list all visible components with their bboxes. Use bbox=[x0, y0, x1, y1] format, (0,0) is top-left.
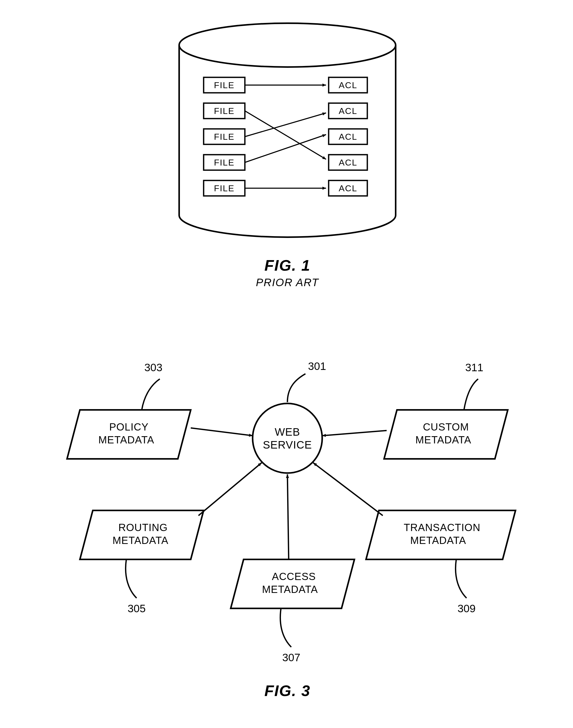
custom-label-2: METADATA bbox=[416, 434, 471, 446]
file-label: FILE bbox=[214, 132, 235, 142]
access-label-1: ACCESS bbox=[272, 571, 316, 582]
acl-box-3: ACL bbox=[329, 129, 367, 144]
figure-3: WEB SERVICE 301 POLICY METADATA 303 CUST… bbox=[67, 360, 516, 699]
file-acl-arrows bbox=[245, 85, 326, 188]
file-box-3: FILE bbox=[204, 129, 245, 144]
ref-305-text: 305 bbox=[127, 603, 146, 615]
svg-point-0 bbox=[179, 23, 396, 67]
file-box-4: FILE bbox=[204, 155, 245, 170]
web-service-node: WEB SERVICE bbox=[253, 404, 322, 473]
arrow-routing bbox=[199, 463, 262, 516]
ref-303-text: 303 bbox=[144, 361, 162, 373]
diagram-page: FILE FILE FILE FILE FILE ACL bbox=[0, 0, 573, 728]
custom-metadata-node: CUSTOM METADATA bbox=[384, 410, 508, 459]
arrow-3-2 bbox=[245, 113, 326, 137]
diagram-svg: FILE FILE FILE FILE FILE ACL bbox=[0, 0, 573, 728]
ref-307: 307 bbox=[280, 608, 300, 664]
file-label: FILE bbox=[214, 158, 235, 167]
policy-label-2: METADATA bbox=[99, 434, 154, 446]
web-service-label-2: SERVICE bbox=[263, 439, 312, 451]
arrow-access bbox=[288, 474, 289, 559]
transaction-label-2: METADATA bbox=[410, 535, 466, 546]
arrow-custom bbox=[322, 430, 386, 436]
acl-box-5: ACL bbox=[329, 180, 367, 196]
access-label-2: METADATA bbox=[262, 584, 318, 595]
web-service-label-1: WEB bbox=[275, 426, 300, 438]
svg-point-13 bbox=[253, 404, 322, 473]
routing-label-1: ROUTING bbox=[118, 522, 167, 533]
acl-box-2: ACL bbox=[329, 103, 367, 118]
fig1-title: FIG. 1 bbox=[264, 257, 311, 274]
file-label: FILE bbox=[214, 183, 235, 193]
routing-metadata-node: ROUTING METADATA bbox=[80, 510, 204, 559]
acl-boxes: ACL ACL ACL ACL ACL bbox=[329, 77, 367, 196]
policy-label-1: POLICY bbox=[109, 421, 149, 432]
access-metadata-node: ACCESS METADATA bbox=[231, 559, 354, 608]
file-label: FILE bbox=[214, 106, 235, 116]
file-box-5: FILE bbox=[204, 180, 245, 196]
ref-309-text: 309 bbox=[458, 603, 476, 615]
custom-label-1: CUSTOM bbox=[423, 421, 469, 432]
acl-box-1: ACL bbox=[329, 77, 367, 93]
ref-311: 311 bbox=[464, 361, 483, 410]
arrow-4-3 bbox=[245, 135, 326, 162]
acl-label: ACL bbox=[339, 106, 357, 116]
file-box-2: FILE bbox=[204, 103, 245, 118]
acl-label: ACL bbox=[339, 80, 357, 90]
arrow-policy bbox=[191, 428, 253, 436]
acl-label: ACL bbox=[339, 183, 357, 193]
file-label: FILE bbox=[214, 80, 235, 90]
ref-303: 303 bbox=[142, 361, 162, 410]
acl-box-4: ACL bbox=[329, 155, 367, 170]
file-boxes: FILE FILE FILE FILE FILE bbox=[204, 77, 245, 196]
fig3-title: FIG. 3 bbox=[264, 682, 311, 699]
ref-307-text: 307 bbox=[282, 652, 300, 664]
figure-1: FILE FILE FILE FILE FILE ACL bbox=[179, 23, 396, 289]
policy-metadata-node: POLICY METADATA bbox=[67, 410, 191, 459]
transaction-label-1: TRANSACTION bbox=[404, 522, 480, 533]
arrow-2-4 bbox=[245, 111, 326, 159]
ref-311-text: 311 bbox=[465, 361, 483, 373]
ref-305: 305 bbox=[125, 559, 146, 615]
file-box-1: FILE bbox=[204, 77, 245, 93]
ref-301-text: 301 bbox=[308, 360, 326, 372]
ref-301: 301 bbox=[288, 360, 326, 402]
acl-label: ACL bbox=[339, 132, 357, 142]
fig1-subtitle: PRIOR ART bbox=[256, 276, 319, 289]
transaction-metadata-node: TRANSACTION METADATA bbox=[366, 510, 516, 559]
routing-label-2: METADATA bbox=[113, 535, 168, 546]
arrow-transaction bbox=[313, 463, 383, 516]
acl-label: ACL bbox=[339, 158, 357, 167]
ref-309: 309 bbox=[456, 559, 476, 615]
